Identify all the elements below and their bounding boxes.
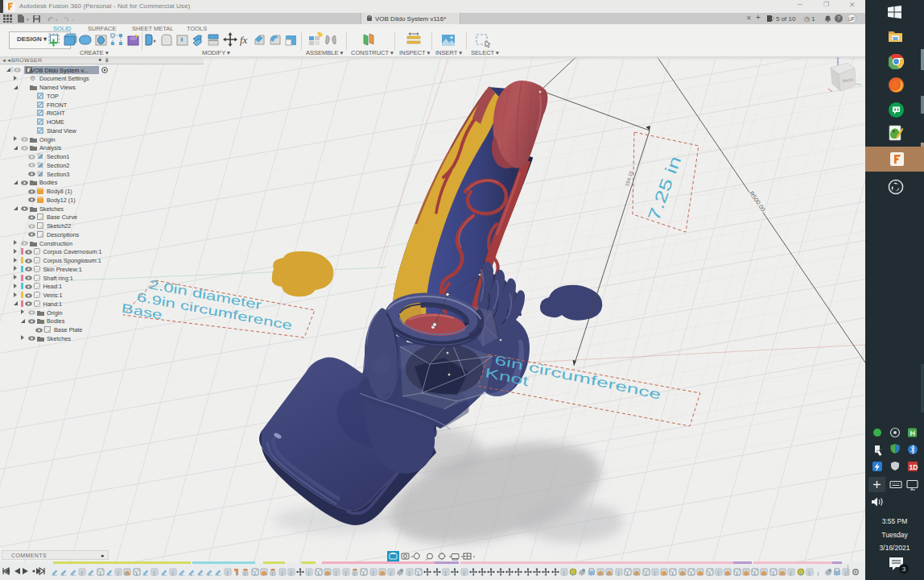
- svg-text:3: 3: [902, 566, 906, 573]
- svg-text:1D: 1D: [910, 463, 918, 471]
- svg-text:fx: fx: [240, 34, 248, 46]
- svg-text:H: H: [910, 429, 916, 437]
